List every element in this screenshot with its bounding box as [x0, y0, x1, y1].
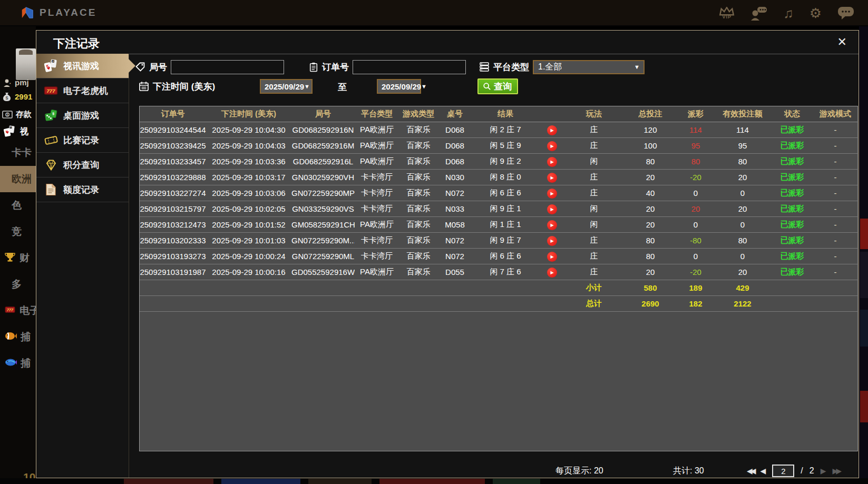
- cell-total: 40: [623, 189, 677, 197]
- play-video-button[interactable]: ▶: [547, 189, 557, 199]
- cell-platform: PA欧洲厅: [355, 220, 399, 230]
- cell-round: GN072259290M...: [291, 236, 355, 245]
- cell-total: 100: [623, 141, 677, 150]
- play-video-button[interactable]: ▶: [547, 157, 557, 167]
- close-icon[interactable]: ✕: [837, 35, 847, 49]
- date-to-picker[interactable]: 2025/09/29 ▼: [377, 79, 421, 94]
- cell-payout: 114: [677, 125, 714, 134]
- cell-payout: 80: [677, 157, 714, 166]
- cell-status: 已派彩: [771, 156, 813, 166]
- search-button[interactable]: 查询: [477, 78, 518, 94]
- background-nav-item-2[interactable]: 色: [0, 192, 36, 219]
- cell-valid: 80: [714, 236, 771, 245]
- background-nav-item-7[interactable]: 捕: [0, 324, 36, 350]
- cell-game: 百家乐: [399, 188, 438, 198]
- grand-total-row-bet: 总计: [564, 299, 623, 309]
- topbar-icons: VIP ♫ ⚙: [719, 3, 854, 23]
- play-video-button[interactable]: ▶: [547, 173, 557, 183]
- play-video-button[interactable]: ▶: [547, 268, 557, 278]
- menu-item-5[interactable]: 额度记录: [36, 177, 129, 202]
- background-nav-item-3[interactable]: 竞: [0, 219, 36, 245]
- next-page-icon[interactable]: ▶: [821, 467, 826, 475]
- menu-item-3[interactable]: 比赛记录: [36, 128, 129, 153]
- cell-round: GN072259290MP: [291, 189, 355, 197]
- cell-total: 80: [623, 157, 677, 166]
- svg-text:777: 777: [47, 88, 56, 94]
- last-page-icon[interactable]: ▶▶: [832, 467, 840, 475]
- cell-time: 2025-09-29 10:00:16: [206, 268, 291, 276]
- chat-bubbles-icon[interactable]: [837, 6, 854, 20]
- vip-icon[interactable]: VIP: [719, 7, 735, 19]
- play-video-button[interactable]: ▶: [547, 204, 557, 214]
- menu-item-4[interactable]: 积分查询: [36, 153, 129, 177]
- cell-bet: 庄: [564, 267, 623, 277]
- mini-cards-icon: 9K: [3, 125, 17, 138]
- cell-time: 2025-09-29 10:03:36: [206, 157, 291, 166]
- background-nav-item-5[interactable]: 多: [0, 271, 36, 298]
- header-order: 订单号: [140, 109, 206, 119]
- cell-valid: 20: [714, 204, 771, 213]
- modal-title: 下注记录: [53, 36, 100, 52]
- title-divider: [129, 54, 859, 54]
- cell-valid: 0: [714, 220, 771, 229]
- modal-menu: 9K视讯游戏777电子老虎机$桌面游戏比赛记录积分查询额度记录: [36, 54, 129, 478]
- background-nav-item-6[interactable]: 777电子: [0, 298, 36, 324]
- play-video-button[interactable]: ▶: [547, 252, 557, 262]
- cell-order: 250929103191987: [140, 268, 206, 276]
- round-input[interactable]: [171, 60, 284, 74]
- table-row: 2509291032334572025-09-29 10:03:36GD0682…: [140, 154, 857, 170]
- play-video-button[interactable]: ▶: [547, 141, 557, 151]
- bluefish-icon: [4, 358, 17, 370]
- cell-play: ▶: [539, 266, 564, 278]
- deposit-icon: $: [2, 111, 13, 118]
- background-nav-item-1[interactable]: 欧洲: [0, 166, 36, 192]
- play-video-button[interactable]: ▶: [547, 236, 557, 246]
- platform-select[interactable]: 1.全部 ▼: [533, 60, 645, 74]
- cell-time: 2025-09-29 10:00:24: [206, 252, 291, 261]
- records-total-label: 共计:: [673, 466, 692, 477]
- cell-valid: 114: [714, 125, 771, 134]
- settings-gear-icon[interactable]: ⚙: [810, 6, 822, 20]
- first-page-icon[interactable]: ◀◀: [747, 467, 754, 475]
- diamond-icon: [44, 159, 58, 171]
- background-nav-item-0[interactable]: 卡卡: [0, 140, 36, 166]
- avatar[interactable]: [16, 48, 36, 80]
- bet-time-filter: 下注时间 (美东): [139, 78, 215, 94]
- subtotal-row: 小计580189429: [140, 280, 857, 296]
- menu-item-2[interactable]: $桌面游戏: [36, 103, 129, 128]
- cell-payout: 95: [677, 141, 714, 150]
- cell-platform: PA欧洲厅: [355, 125, 399, 135]
- date-from-picker[interactable]: 2025/09/29 ▼: [260, 79, 313, 94]
- cell-game: 百家乐: [399, 141, 438, 151]
- cell-table: M058: [438, 220, 472, 229]
- brand-logo[interactable]: PLAYACE: [20, 5, 96, 20]
- menu-item-0[interactable]: 9K视讯游戏: [36, 54, 129, 78]
- menu-item-label: 比赛记录: [63, 134, 99, 146]
- to-label: 至: [338, 81, 347, 93]
- cell-valid: 20: [714, 173, 771, 182]
- platform-label: 平台类型: [493, 61, 529, 73]
- cell-play: ▶: [539, 235, 564, 246]
- subtotal-row-bet: 小计: [564, 283, 623, 293]
- background-nav-item-4[interactable]: 财: [0, 245, 36, 271]
- page-input[interactable]: [772, 465, 794, 477]
- cell-table: N033: [438, 204, 472, 213]
- deposit-row[interactable]: $ 存款: [2, 110, 32, 120]
- prev-page-icon[interactable]: ◀: [760, 467, 766, 475]
- bet-records-table: 订单号下注时间 (美东)局号平台类型游戏类型桌号结果玩法总投注派彩有效投注额状态…: [139, 106, 858, 451]
- support-chat-icon[interactable]: [750, 6, 767, 21]
- cell-play: ▶: [539, 140, 564, 151]
- background-nav-item-8[interactable]: 捕: [0, 350, 36, 377]
- clipboard-icon: [309, 62, 318, 73]
- cell-mode: -: [813, 157, 857, 166]
- play-video-button[interactable]: ▶: [547, 220, 557, 230]
- video-tab-row[interactable]: 9K 视: [3, 125, 28, 138]
- header-mode: 游戏模式: [813, 109, 857, 119]
- music-icon[interactable]: ♫: [783, 6, 794, 20]
- header-total: 总投注: [623, 109, 677, 119]
- menu-item-1[interactable]: 777电子老虎机: [36, 78, 129, 103]
- chevron-down-icon: ▼: [634, 64, 640, 70]
- play-video-button[interactable]: ▶: [547, 125, 557, 135]
- order-input[interactable]: [353, 60, 466, 74]
- cell-mode: -: [813, 268, 857, 276]
